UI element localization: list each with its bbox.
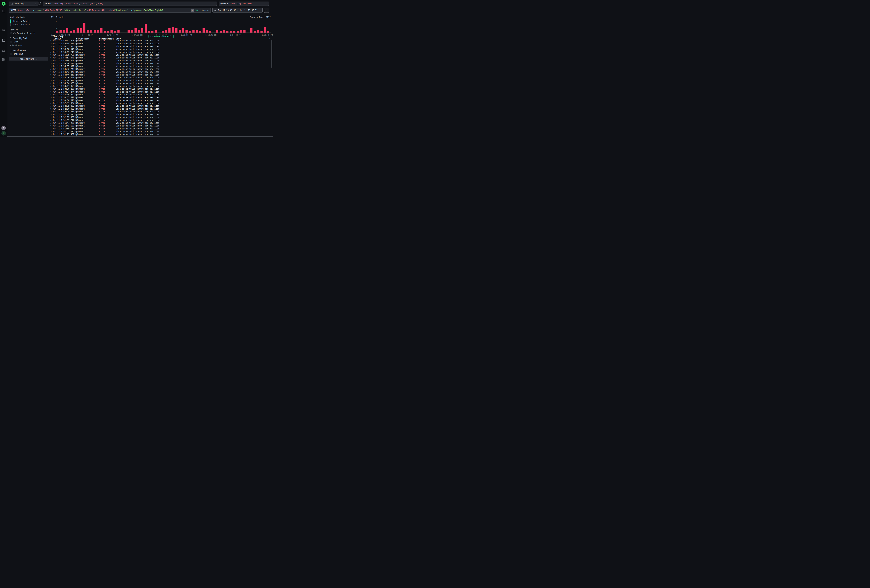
table-row[interactable]: >Jun 11 1:55:59.760 PMpaymenterrorVisa c… [49,54,272,57]
table-row[interactable]: >Jun 11 1:54:43.948 PMpaymenterrorVisa c… [49,71,272,73]
histogram-bar[interactable] [94,30,96,33]
histogram-bar[interactable] [264,27,266,33]
resume-live-tail-button[interactable]: ⚡ Resume Live Tail [148,35,174,38]
table-row[interactable]: >Jun 11 1:54:09.906 PMpaymenterrorVisa c… [49,79,272,82]
time-range-picker[interactable]: Jun 11 13:41:52 - Jun 11 13:56:52 [213,8,262,13]
column-resize-handle[interactable] [96,38,97,40]
histogram-bar[interactable] [131,30,133,33]
table-row[interactable]: >Jun 11 1:53:41.873 PMpaymenterrorVisa c… [49,85,272,88]
histogram-bar[interactable] [73,30,75,33]
table-row[interactable]: >Jun 11 1:54:52.241 PMpaymenterrorVisa c… [49,68,272,70]
table-row[interactable]: >Jun 11 1:51:43.121 PMpaymenterrorVisa c… [49,124,272,127]
histogram-bar[interactable] [172,27,174,33]
filter-checkbox[interactable] [10,41,12,43]
histogram-bar[interactable] [80,28,82,33]
more-filters-button[interactable]: More filters [9,57,48,61]
histogram-bar[interactable] [63,30,65,33]
filter-option-checkout[interactable]: checkout [10,52,47,55]
column-header-body[interactable]: Body [116,37,273,40]
table-row[interactable]: >Jun 11 1:56:08.948 PMpaymenterrorVisa c… [49,48,272,51]
histogram-bar[interactable] [100,28,103,33]
histogram-bar[interactable] [261,31,262,33]
filter-group-title[interactable]: SeverityText [10,37,47,40]
user-avatar[interactable]: U [1,131,6,135]
table-row[interactable]: >Jun 11 1:56:38.534 PMpaymenterrorVisa c… [49,42,272,45]
analysis-mode-results-table[interactable]: Results Table [10,19,47,23]
run-query-button[interactable] [264,8,269,13]
histogram-bar[interactable] [134,28,137,33]
histogram-bar[interactable] [209,31,212,33]
table-row[interactable]: >Jun 11 1:51:23.457 PMpaymenterrorVisa c… [49,133,272,136]
histogram-bar[interactable] [60,30,62,33]
filter-checkbox[interactable] [10,53,12,55]
histogram-bar[interactable] [257,30,259,33]
histogram-bar[interactable] [189,31,191,33]
histogram-bar[interactable] [86,30,89,33]
histogram-bar[interactable] [97,30,99,33]
histogram-bar[interactable] [90,30,92,33]
table-row[interactable]: >Jun 11 1:55:51.448 PMpaymenterrorVisa c… [49,57,272,59]
histogram-bar[interactable] [141,28,143,33]
table-row[interactable]: >Jun 11 1:53:05.578 PMpaymenterrorVisa c… [49,96,272,99]
histogram-bar[interactable] [77,28,79,33]
histogram-bar[interactable] [155,30,157,33]
histogram-bar[interactable] [182,28,184,33]
load-more-button[interactable]: Load more [10,44,47,47]
histogram-bar[interactable] [196,30,198,33]
histogram-bar[interactable] [165,30,167,33]
histogram-bar[interactable] [138,30,140,33]
dashboard-icon[interactable] [2,58,5,61]
table-row[interactable]: >Jun 11 1:52:25.630 PMpaymenterrorVisa c… [49,110,272,113]
histogram-bar[interactable] [66,28,69,33]
histogram-bar[interactable] [56,31,58,33]
histogram-bar[interactable] [250,28,252,33]
histogram-bar[interactable] [226,31,228,33]
table-options-icon[interactable]: ⋮ [269,37,271,40]
histogram-bar[interactable] [70,31,72,33]
table-row[interactable]: >Jun 11 1:53:10.922 PMpaymenterrorVisa c… [49,93,272,96]
table-row[interactable]: >Jun 11 1:51:39.115 PMpaymenterrorVisa c… [49,127,272,130]
table-row[interactable]: >Jun 11 1:52:30.469 PMpaymenterrorVisa c… [49,107,272,110]
histogram-bar[interactable] [199,31,201,33]
column-header-severitytext[interactable]: SeverityText [99,37,113,40]
histogram-bar[interactable] [118,30,119,33]
histogram-bar[interactable] [233,31,235,33]
table-row[interactable]: >Jun 11 1:52:02.581 PMpaymenterrorVisa c… [49,116,272,119]
histogram-bar[interactable] [240,30,242,33]
lucene-mode-button[interactable]: Lucene [202,9,209,12]
column-header-timestamp[interactable]: Timestamp (Local) [52,35,73,40]
analysis-mode-event-patterns[interactable]: Event Patterns [10,23,47,27]
histogram-bar[interactable] [216,30,218,33]
vertical-scrollbar[interactable] [271,40,272,68]
histogram-bar[interactable] [185,30,188,33]
table-row[interactable]: >Jun 11 1:53:26.250 PMpaymenterrorVisa c… [49,88,272,90]
histogram-bar[interactable] [114,31,116,33]
denoise-checkbox[interactable] [10,32,12,34]
where-query-input[interactable]: WHERE SeverityText = 'error' AND Body IL… [9,8,211,13]
table-row[interactable]: >Jun 11 1:52:35.232 PMpaymenterrorVisa c… [49,104,272,107]
histogram-bar[interactable] [237,31,239,33]
table-row[interactable]: >Jun 11 1:51:31.415 PMpaymenterrorVisa c… [49,130,272,133]
denoise-results-option[interactable]: Denoise Results [10,32,35,34]
histogram-bar[interactable] [151,31,153,33]
histogram-bar[interactable] [220,31,222,33]
histogram-bar[interactable] [243,30,246,33]
horizontal-scrollbar[interactable] [7,136,273,137]
table-row[interactable]: >Jun 11 1:52:51.824 PMpaymenterrorVisa c… [49,102,272,104]
histogram-bar[interactable] [230,31,232,33]
table-row[interactable]: >Jun 11 1:53:00.676 PMpaymenterrorVisa c… [49,99,272,102]
table-row[interactable]: >Jun 11 1:51:47.229 PMpaymenterrorVisa c… [49,122,272,124]
column-header-servicename[interactable]: ServiceName [76,37,96,40]
histogram-bar[interactable] [168,28,171,33]
panel-left-icon[interactable] [2,9,5,13]
app-logo-lightning-icon[interactable] [1,1,6,6]
table-row[interactable]: >Jun 11 1:53:24.274 PMpaymenterrorVisa c… [49,91,272,93]
histogram-bar[interactable] [254,31,256,33]
column-resize-handle[interactable] [73,38,74,40]
sql-mode-button[interactable]: SQL [195,9,198,12]
logs-feed-icon[interactable] [2,28,5,32]
filter-group-title[interactable]: ServiceName [10,49,47,52]
table-row[interactable]: >Jun 11 1:52:19.473 PMpaymenterrorVisa c… [49,113,272,116]
histogram-bar[interactable] [223,30,225,33]
histogram-bar[interactable] [128,30,130,33]
